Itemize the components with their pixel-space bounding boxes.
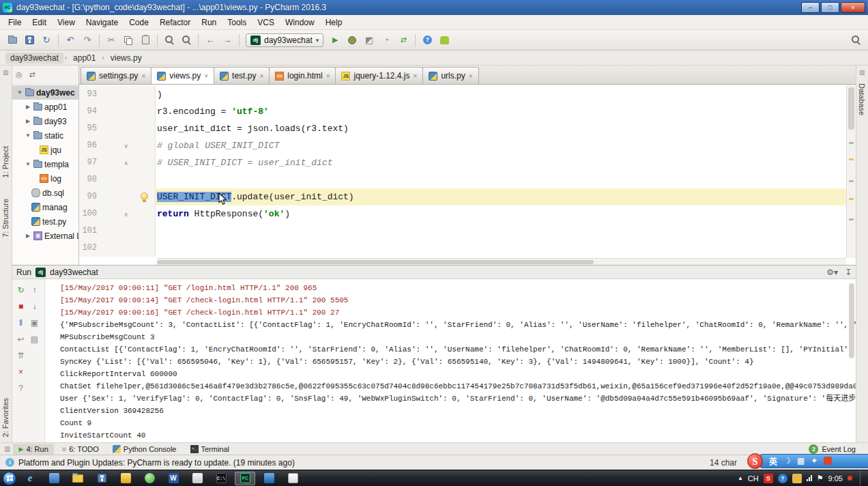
run-settings-button[interactable]: ⚙▾ <box>826 268 838 277</box>
start-button[interactable] <box>3 472 16 485</box>
find-button[interactable] <box>161 33 177 48</box>
taskbar-app-blue[interactable] <box>259 472 279 485</box>
toolwindow-tab-python-console[interactable]: Python Console <box>107 444 182 455</box>
chevron-open-icon[interactable]: ▼ <box>25 161 31 167</box>
menu-item-refactor[interactable]: Refactor <box>154 16 196 29</box>
breadcrumb-item-project[interactable]: day93wechat <box>5 53 63 63</box>
taskbar-app-window[interactable] <box>187 472 207 485</box>
soft-wrap-button[interactable]: ↩ <box>15 334 27 345</box>
tree-item-external-libraries[interactable]: ▶ External L <box>12 229 78 243</box>
stripe-mark[interactable] <box>849 218 854 220</box>
fold-marker-icon[interactable]: ∧ <box>124 159 128 167</box>
paste-button[interactable] <box>137 33 154 48</box>
collapse-all-button[interactable]: ⇄ <box>29 70 35 79</box>
sdk-manager-button[interactable] <box>436 33 452 48</box>
run-button[interactable]: ▶ <box>327 33 343 48</box>
tab-views-py[interactable]: views.py × <box>151 67 214 84</box>
restore-layout-button[interactable]: ▣ <box>29 317 41 328</box>
chevron-closed-icon[interactable]: ▶ <box>25 118 31 124</box>
flag-icon[interactable]: ⚑ <box>817 474 824 483</box>
tree-item-jquery[interactable]: jqu <box>12 143 78 157</box>
forward-button[interactable]: → <box>219 33 235 48</box>
copy-button[interactable] <box>120 33 136 48</box>
help-button[interactable] <box>419 33 435 48</box>
toolwindow-tab-run[interactable]: ▶ 4: Run <box>13 444 53 455</box>
back-button[interactable]: ← <box>202 33 218 48</box>
close-tab-icon[interactable]: × <box>141 72 145 80</box>
help-tray-icon[interactable]: ? <box>778 474 787 483</box>
keyboard-icon[interactable]: ▦ <box>797 456 805 466</box>
tree-item-login-html[interactable]: log <box>12 171 78 186</box>
menu-item-edit[interactable]: Edit <box>27 16 52 29</box>
editor-horizontal-scrollbar[interactable] <box>157 258 846 265</box>
tree-item-day93[interactable]: ▶ day93 <box>12 114 78 128</box>
console-scrollbar-thumb[interactable] <box>849 283 854 358</box>
stripe-tab-favorites[interactable]: 2: Favorites <box>1 398 10 437</box>
redo-button[interactable]: ↷ <box>79 33 96 48</box>
toolwindow-tab-todo[interactable]: ≡ 6: TODO <box>57 444 104 455</box>
taskbar-app-notepad[interactable] <box>283 472 303 485</box>
tree-item-templates[interactable]: ▼ templa <box>12 157 78 171</box>
hide-panel-button[interactable]: ↧ <box>845 268 852 277</box>
tool-window-switcher-icon[interactable]: ▥ <box>4 445 10 453</box>
stripe-tab-structure[interactable]: 7: Structure <box>1 199 10 238</box>
scrollbar-thumb[interactable] <box>848 87 854 130</box>
clear-console-button[interactable]: ▤ <box>29 334 41 345</box>
stop-button[interactable]: ■ <box>15 301 27 312</box>
breadcrumb-item-app01[interactable]: app01 <box>68 53 100 63</box>
locate-button[interactable]: ◎ <box>16 70 23 79</box>
sync-button[interactable]: ↻ <box>38 33 55 48</box>
tab-test-py[interactable]: test.py × <box>214 67 270 84</box>
tree-item-manage-py[interactable]: manag <box>12 200 78 214</box>
sogou-logo-icon[interactable]: S <box>747 453 763 469</box>
network-icon[interactable] <box>807 475 812 481</box>
replace-button[interactable] <box>178 33 194 48</box>
pause-output-button[interactable]: ‖ <box>15 317 27 328</box>
taskbar-app-word[interactable]: W <box>163 472 184 485</box>
sogou-tray-icon[interactable]: S <box>764 474 773 483</box>
console-help-button[interactable]: ? <box>15 383 27 394</box>
chevron-open-icon[interactable]: ▼ <box>16 89 23 96</box>
tree-item-db-sqlite[interactable]: db.sql <box>12 186 78 200</box>
scroll-down-button[interactable]: ↓ <box>29 301 41 312</box>
close-tab-icon[interactable]: × <box>326 72 330 80</box>
close-tab-icon[interactable]: × <box>469 72 473 80</box>
tree-item-static[interactable]: ▼ static <box>12 128 78 143</box>
moon-icon[interactable]: ☽ <box>783 456 791 466</box>
tree-item-root[interactable]: ▼ day93wec <box>12 85 78 100</box>
taskbar-app-pycharm[interactable]: PC <box>235 472 255 485</box>
taskbar-app-save[interactable] <box>91 472 112 485</box>
save-button[interactable] <box>21 33 38 48</box>
open-button[interactable] <box>4 33 20 48</box>
tree-item-app01[interactable]: ▶ app01 <box>12 100 78 114</box>
chevron-closed-icon[interactable]: ▶ <box>25 104 31 110</box>
intention-bulb-icon[interactable] <box>141 192 148 200</box>
close-tab-icon[interactable]: × <box>414 72 418 80</box>
stripe-mark[interactable] <box>849 180 854 182</box>
attach-button[interactable]: ⇄ <box>395 33 411 48</box>
run-console[interactable]: [15/May/2017 09:00:11] "GET /login.html … <box>45 279 856 442</box>
menu-item-window[interactable]: Window <box>280 16 320 29</box>
run-config-select[interactable]: dj day93wechat ▾ <box>246 33 323 47</box>
taskbar-app-ie[interactable]: e <box>20 472 40 485</box>
stripe-mark[interactable] <box>849 142 854 144</box>
menu-item-vcs[interactable]: VCS <box>252 16 280 29</box>
clock[interactable]: 9:05 <box>828 474 843 483</box>
cut-button[interactable]: ✂ <box>103 33 119 48</box>
editor-vertical-scrollbar[interactable] <box>846 85 856 258</box>
menu-item-tools[interactable]: Tools <box>222 16 252 29</box>
input-language-toggle[interactable]: 英 <box>769 455 777 467</box>
minimize-button[interactable]: – <box>801 2 820 13</box>
toolbox-icon[interactable]: ✦ <box>811 456 818 466</box>
close-tab-icon[interactable]: × <box>204 72 208 80</box>
menu-item-code[interactable]: Code <box>124 16 154 29</box>
stripe-tab-database[interactable]: Database <box>858 83 866 115</box>
tab-urls-py[interactable]: urls.py × <box>422 67 478 84</box>
code-editor[interactable]: 93 ) 94 r3.encoding = 'utf-8' 95 <box>79 85 856 265</box>
stripe-tab-project[interactable]: 1: Project <box>1 146 10 177</box>
tray-language-indicator[interactable]: CH <box>748 474 759 483</box>
profiler-button[interactable]: ◔ <box>378 33 394 48</box>
expand-all-button[interactable]: ⇈ <box>15 350 27 361</box>
debug-button[interactable] <box>344 33 360 48</box>
warning-mark[interactable] <box>849 198 854 200</box>
